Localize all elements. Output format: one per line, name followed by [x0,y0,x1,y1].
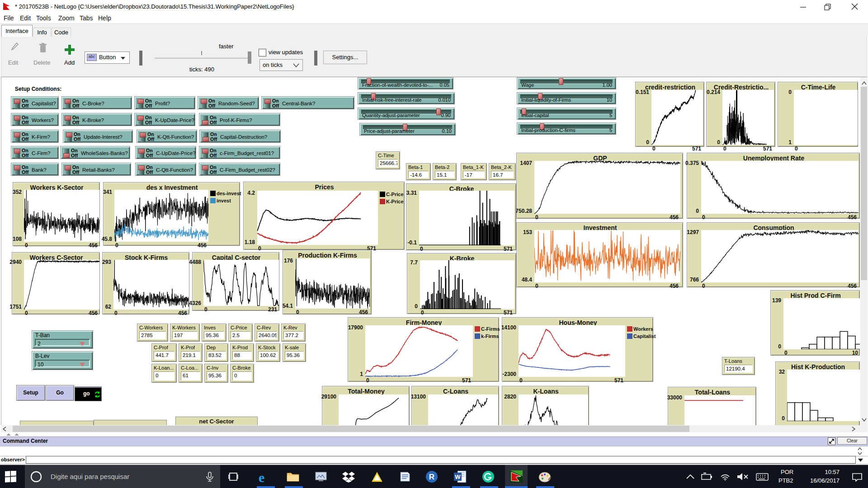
svg-text:R: R [429,473,434,481]
svg-text:W: W [455,474,461,480]
